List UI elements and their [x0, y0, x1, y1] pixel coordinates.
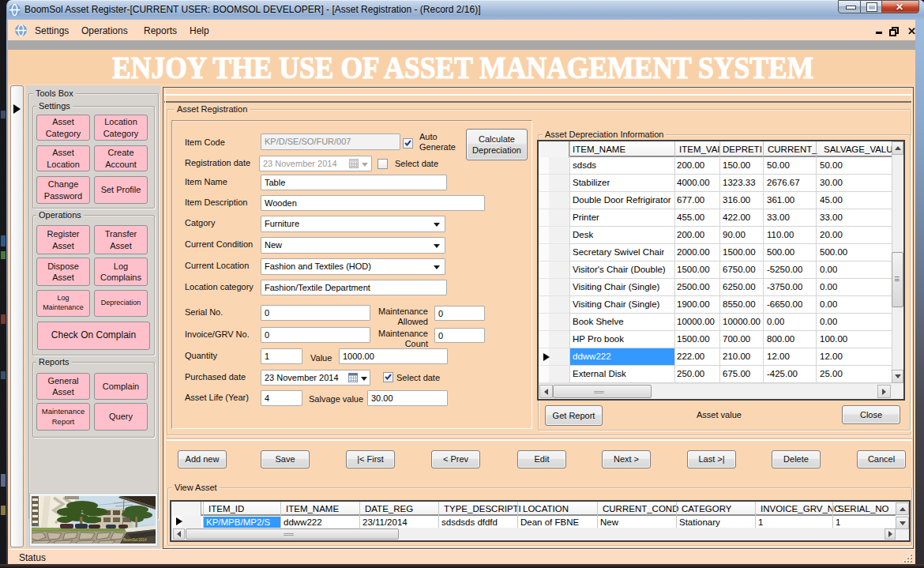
svg-text:BoomSol 2014: BoomSol 2014	[123, 538, 147, 542]
